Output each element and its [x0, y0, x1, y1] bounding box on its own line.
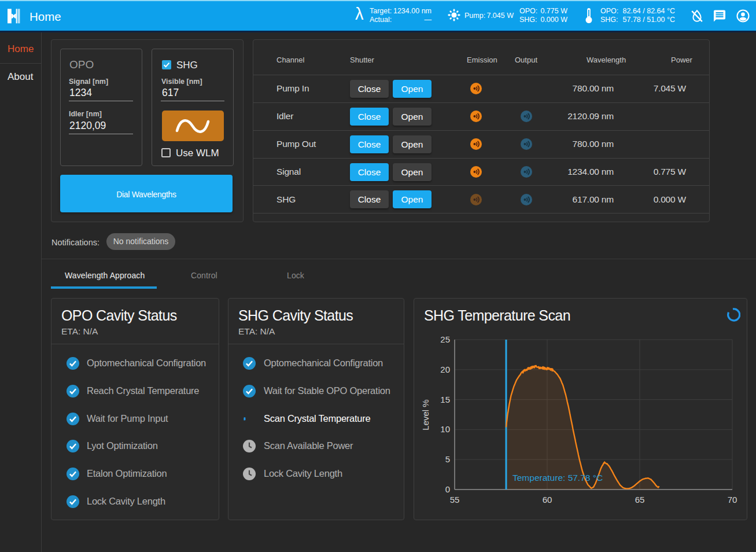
svg-text:0: 0: [445, 484, 450, 494]
svg-text:70: 70: [728, 495, 737, 505]
svg-text:10: 10: [440, 424, 450, 434]
svg-text:20: 20: [440, 365, 450, 374]
svg-text:15: 15: [440, 395, 450, 404]
svg-text:65: 65: [635, 495, 645, 505]
svg-text:60: 60: [543, 495, 552, 505]
svg-text:5: 5: [445, 454, 450, 464]
svg-text:Temperature: 57.78 °C: Temperature: 57.78 °C: [512, 473, 603, 483]
svg-text:Level %: Level %: [421, 399, 430, 430]
svg-text:25: 25: [440, 334, 450, 344]
svg-text:55: 55: [450, 495, 460, 505]
